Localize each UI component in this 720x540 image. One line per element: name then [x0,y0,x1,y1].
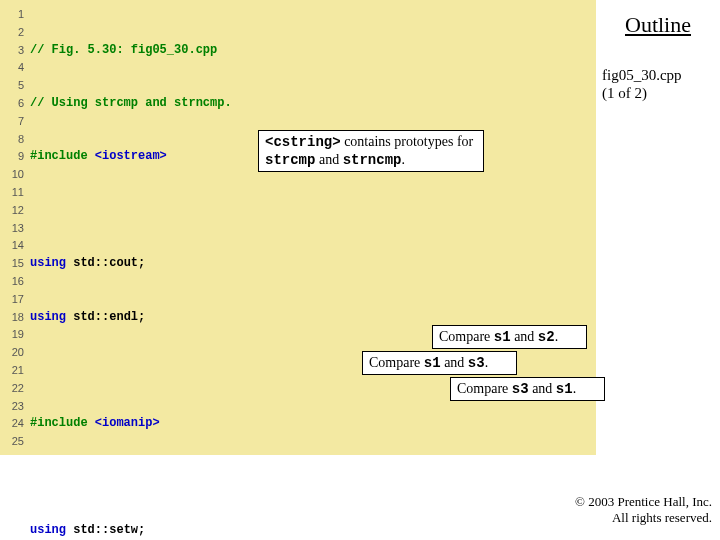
line-number: 19 [0,326,24,344]
right-panel: Outline fig05_30.cpp (1 of 2) [596,0,720,455]
line-number: 6 [0,95,24,113]
line-number: 4 [0,59,24,77]
code-line: using std::setw; [30,522,596,540]
line-number: 24 [0,415,24,433]
line-number: 17 [0,291,24,309]
callout-compare-s1-s3: Compare s1 and s3. [362,351,517,375]
code-line: using std::cout; [30,255,596,273]
line-number: 14 [0,237,24,255]
line-number: 10 [0,166,24,184]
line-number: 7 [0,113,24,131]
line-number: 9 [0,148,24,166]
line-number: 13 [0,220,24,238]
line-number: 25 [0,433,24,451]
line-number: 5 [0,77,24,95]
code-line [30,202,596,220]
code-line [30,469,596,487]
line-number: 22 [0,380,24,398]
line-number: 23 [0,398,24,416]
line-number: 8 [0,131,24,149]
code-line: #include <iomanip> [30,415,596,433]
callout-compare-s1-s2: Compare s1 and s2. [432,325,587,349]
line-number: 20 [0,344,24,362]
line-number: 15 [0,255,24,273]
code-line: // Fig. 5.30: fig05_30.cpp [30,42,596,60]
line-number: 11 [0,184,24,202]
outline-heading: Outline [596,12,720,38]
line-number: 16 [0,273,24,291]
code-line: using std::endl; [30,309,596,327]
line-number: 3 [0,42,24,60]
line-number: 1 [0,6,24,24]
line-number-gutter: 1 2 3 4 5 6 7 8 9 10 11 12 13 14 15 16 1… [0,6,30,455]
callout-cstring: <cstring> contains prototypes for strcmp… [258,130,484,172]
copyright-footer: © 2003 Prentice Hall, Inc. All rights re… [575,494,712,526]
line-number: 2 [0,24,24,42]
figure-label: fig05_30.cpp (1 of 2) [596,66,720,102]
line-number: 12 [0,202,24,220]
code-line: // Using strcmp and strncmp. [30,95,596,113]
line-number: 18 [0,309,24,327]
line-number: 21 [0,362,24,380]
callout-compare-s3-s1: Compare s3 and s1. [450,377,605,401]
